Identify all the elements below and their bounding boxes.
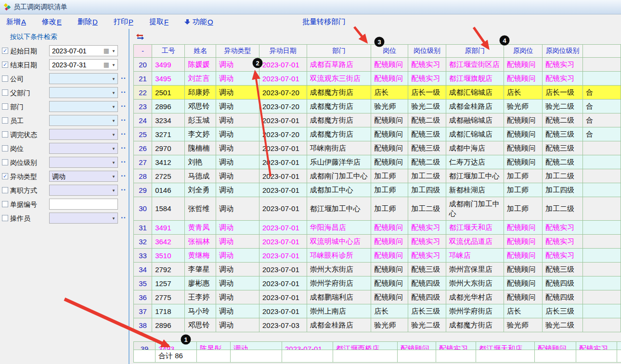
swap-columns-icon[interactable] [136, 33, 144, 42]
dropdown-arrow-icon[interactable]: ▼ [112, 188, 116, 193]
column-header-10[interactable]: 原岗位级别 [543, 45, 583, 58]
column-header-0[interactable]: - [134, 45, 152, 58]
table-row[interactable]: 313491黄青凤调动2023-07-01华阳海昌店配镜顾问配镜实习都江堰天和店… [134, 221, 621, 235]
column-header-8[interactable]: 原部门 [446, 45, 504, 58]
end-date-checkbox[interactable] [2, 62, 8, 68]
table-row[interactable]: 351257廖彬惠调动2023-07-01崇州学府街店配镜顾问配镜四级崇州大东街… [134, 276, 621, 290]
table-row[interactable]: 333510黄继梅调动2023-07-01邛崃眼科诊所配镜顾问配镜实习邛崃店配镜… [134, 249, 621, 263]
column-header-1[interactable]: 工号 [152, 45, 185, 58]
leave-method-input[interactable]: ▼ [49, 185, 118, 196]
toolbar-button-edit[interactable]: 修改E [42, 17, 62, 26]
column-header-5[interactable]: 部门 [307, 45, 371, 58]
employee-checkbox[interactable] [2, 117, 8, 124]
dropdown-arrow-icon[interactable]: ▼ [112, 133, 116, 137]
parent-dept-lookup-button[interactable]: .. [121, 86, 126, 95]
cell [583, 276, 621, 290]
table-row[interactable]: 323642张福林调动2023-07-01双流明城中心店配镜顾问配镜实习双流优品… [134, 235, 621, 249]
table-row[interactable]: 393493陈昱彤调动2023-07-01都江堰西桥店配镜顾问配镜实习都江堰天和… [134, 342, 621, 350]
batch-transfer-button[interactable]: 批量转移部门 [302, 17, 346, 26]
post-checkbox[interactable] [2, 145, 8, 151]
table-row[interactable]: 253271李文婷调动2023-07-20成都魔方街店配镜顾问配镜三级成都汇锦城… [134, 127, 621, 141]
table-row[interactable]: 371718马小玲调动2023-07-01崇州上南店店长店长三级崇州学府街店店长… [134, 304, 621, 318]
table-row[interactable]: 282725马德成调动2023-07-01成都南门加工中心加工师加工二级都江堰加… [134, 169, 621, 183]
cell: 崇州学府街店 [446, 304, 504, 318]
post-level-lookup-button[interactable]: .. [121, 156, 126, 164]
transfer-status-input[interactable]: ▼ [49, 129, 118, 140]
operator-lookup-button[interactable]: .. [121, 212, 126, 220]
cell: 都江堰加工中心 [307, 197, 371, 221]
end-date-input[interactable]: 2023-07-31▦▼ [49, 59, 118, 70]
column-header-4[interactable]: 异动日期 [259, 45, 307, 58]
dropdown-arrow-icon[interactable]: ▼ [112, 216, 116, 221]
company-checkbox[interactable] [2, 75, 8, 82]
cell: 加工二级 [408, 197, 446, 221]
dropdown-arrow-icon[interactable]: ▼ [112, 119, 116, 123]
post-lookup-button[interactable]: .. [121, 142, 126, 151]
change-type-lookup-button[interactable]: .. [121, 170, 126, 178]
cell: 配镜实习 [543, 221, 583, 235]
table-row[interactable]: 342792李肇星调动2023-07-01崇州大东街店配镜顾问配镜三级崇州宫保里… [134, 263, 621, 276]
employee-input[interactable]: ▼ [49, 115, 118, 126]
row-number: 29 [134, 183, 152, 197]
transfer-status-lookup-button[interactable]: .. [121, 128, 126, 137]
table-row[interactable]: 203499陈媛媛调动2023-07-01成都百草路店配镜顾问配镜实习都江堰壹街… [134, 58, 621, 72]
column-header-9[interactable]: 原岗位 [504, 45, 542, 58]
table-row[interactable]: 222501邱康婷调动2023-07-20成都魔方街店店长店长一级成都汇锦城店店… [134, 86, 621, 100]
toolbar-button-label: 删除 [78, 17, 92, 26]
toolbar-button-extract[interactable]: 提取F [149, 17, 168, 26]
company-input[interactable]: ▼ [49, 73, 118, 84]
cell: 验光二级 [543, 318, 583, 332]
doc-no-input[interactable] [49, 199, 118, 210]
dropdown-arrow-icon[interactable]: ▼ [112, 91, 116, 95]
start-date-input[interactable]: 2023-07-01▦▼ [49, 45, 118, 56]
post-input[interactable]: ▼ [49, 143, 118, 154]
table-row[interactable]: 382896邓思铃调动2023-07-03成都金桂路店验光师验光二级成都魔方街店… [134, 318, 621, 332]
doc-no-checkbox[interactable] [2, 201, 8, 207]
dept-lookup-button[interactable]: .. [121, 100, 126, 109]
change-type-checkbox[interactable] [2, 173, 8, 179]
change-type-input[interactable]: 调动▼ [49, 171, 118, 182]
column-header-11[interactable] [583, 45, 621, 58]
table-row[interactable]: 232896邓思铃调动2023-07-20成都魔方街店验光师验光二级成都金桂路店… [134, 100, 621, 113]
column-header-7[interactable]: 岗位级别 [408, 45, 446, 58]
table-row[interactable]: 213495刘芷言调动2023-07-01双流观东三街店配镜顾问配镜实习都江堰旗… [134, 72, 621, 86]
dropdown-arrow-icon[interactable]: ▼ [112, 77, 116, 81]
parent-dept-checkbox[interactable] [2, 89, 8, 96]
column-header-2[interactable]: 姓名 [185, 45, 216, 58]
calendar-icon[interactable]: ▦ [104, 61, 109, 68]
transfer-status-checkbox[interactable] [2, 131, 8, 138]
table-row[interactable]: 301584张哲维调动2023-07-01都江堰加工中心加工师加工二级成都南门加… [134, 197, 621, 221]
dropdown-arrow-icon[interactable]: ▼ [112, 63, 116, 67]
post-level-checkbox[interactable] [2, 159, 8, 165]
operator-input[interactable]: ▼ [49, 213, 118, 224]
employee-lookup-button[interactable]: .. [121, 114, 126, 123]
post-level-input[interactable]: ▼ [49, 157, 118, 168]
dept-input[interactable]: ▼ [49, 101, 118, 112]
calendar-icon[interactable]: ▦ [104, 47, 109, 54]
operator-checkbox[interactable] [2, 215, 8, 221]
dropdown-arrow-icon[interactable]: ▼ [112, 49, 116, 53]
company-lookup-button[interactable]: .. [121, 72, 126, 81]
toolbar-button-print[interactable]: 打印P [114, 17, 133, 26]
table-row[interactable]: 243234彭玉城调动2023-07-01成都魔方街店配镜顾问配镜二级成都融锦城… [134, 113, 621, 127]
dept-checkbox[interactable] [2, 103, 8, 110]
dropdown-arrow-icon[interactable]: ▼ [112, 175, 116, 179]
table-row[interactable]: 290146刘全勇调动2023-07-01成都加工中心加工师加工四级新都桂湖店加… [134, 183, 621, 197]
dropdown-arrow-icon[interactable]: ▼ [112, 105, 116, 109]
toolbar-button-function[interactable]: 功能O [184, 17, 213, 26]
leave-method-checkbox[interactable] [2, 187, 8, 193]
dropdown-arrow-icon[interactable]: ▼ [112, 161, 116, 165]
table-row[interactable]: 362775王李婷调动2023-07-01成都鹏瑞利店配镜顾问配镜四级成都光华村… [134, 290, 621, 304]
start-date-checkbox[interactable] [2, 48, 8, 54]
cell: 成都加工中心 [307, 183, 371, 197]
dropdown-arrow-icon[interactable]: ▼ [112, 147, 116, 151]
column-header-3[interactable]: 异动类型 [216, 45, 259, 58]
table-row[interactable]: 262970隗楠楠调动2023-07-01邛崃南街店配镜顾问配镜三级成都中海店配… [134, 141, 621, 155]
cell: 崇州上南店 [307, 304, 371, 318]
table-row[interactable]: 273412刘艳调动2023-07-01乐山伊藤洋华店配镜顾问配镜二级仁寿万达店… [134, 155, 621, 169]
leave-method-lookup-button[interactable]: .. [121, 184, 126, 192]
toolbar-button-delete[interactable]: 删除D [78, 17, 98, 26]
toolbar-button-add[interactable]: 新增A [6, 17, 26, 26]
parent-dept-input[interactable]: ▼ [49, 87, 118, 98]
column-header-6[interactable]: 岗位 [371, 45, 408, 58]
